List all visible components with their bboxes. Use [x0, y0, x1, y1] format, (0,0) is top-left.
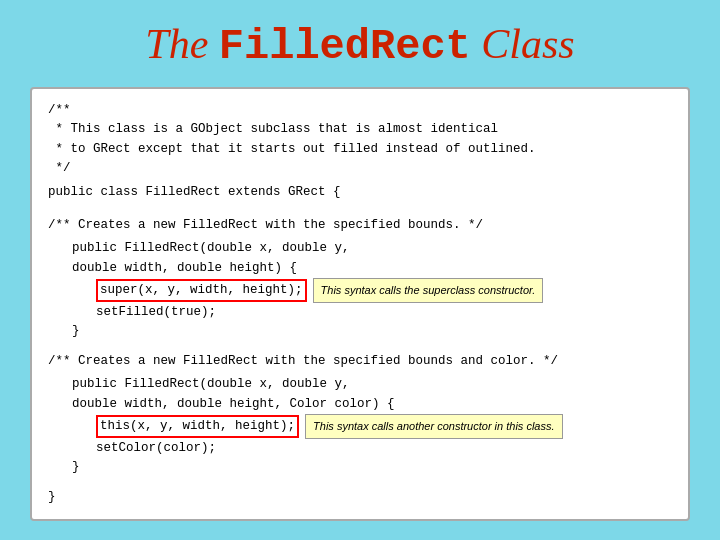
constructor2-sig: public FilledRect(double x, double y, do… [48, 375, 672, 414]
class-comment: /** * This class is a GObject subclass t… [48, 101, 672, 179]
title-mono: FilledRect [219, 23, 471, 71]
tooltip-this: This syntax calls another constructor in… [305, 414, 562, 439]
constructor2-sig-line1: public FilledRect(double x, double y, [72, 375, 672, 394]
super-call-text: super(x, y, width, height); [100, 283, 303, 297]
close-brace-1: } [72, 324, 80, 338]
class-decl-line: public class FilledRect extends GRect { [48, 183, 672, 202]
constructor1-close: } [48, 322, 672, 341]
set-filled-line: setFilled(true); [48, 303, 672, 322]
title-prefix: The [145, 21, 219, 67]
super-call-highlight: super(x, y, width, height); [96, 279, 307, 302]
title-suffix: Class [471, 21, 575, 67]
constructor1-sig-line2: double width, double height) { [72, 259, 672, 278]
comment-line-3: * to GRect except that it starts out fil… [48, 140, 672, 159]
comment-line-2: * This class is a GObject subclass that … [48, 120, 672, 139]
constructor1-sig-line1: public FilledRect(double x, double y, [72, 239, 672, 258]
comment-line-1: /** [48, 101, 672, 120]
this-call-highlight: this(x, y, width, height); [96, 415, 299, 438]
constructor2-sig-line2: double width, double height, Color color… [72, 395, 672, 414]
slide: The FilledRect Class /** * This class is… [0, 0, 720, 540]
class-declaration: public class FilledRect extends GRect { [48, 183, 672, 202]
constructor2-comment: /** Creates a new FilledRect with the sp… [48, 352, 672, 371]
constructor2-close: } [48, 458, 672, 477]
slide-title: The FilledRect Class [145, 20, 574, 71]
set-color-line: setColor(color); [48, 439, 672, 458]
constructor1-comment: /** Creates a new FilledRect with the sp… [48, 216, 672, 235]
close-brace-2: } [72, 460, 80, 474]
final-close-brace: } [48, 488, 672, 507]
set-color-text: setColor(color); [96, 441, 216, 455]
this-call-text: this(x, y, width, height); [100, 419, 295, 433]
this-call-row: this(x, y, width, height); This syntax c… [48, 414, 672, 439]
super-call-row: super(x, y, width, height); This syntax … [48, 278, 672, 303]
comment-line-4: */ [48, 159, 672, 178]
set-filled-text: setFilled(true); [96, 305, 216, 319]
final-brace-text: } [48, 490, 56, 504]
constructor1-comment-line: /** Creates a new FilledRect with the sp… [48, 216, 672, 235]
constructor2-comment-line: /** Creates a new FilledRect with the sp… [48, 352, 672, 371]
code-box: /** * This class is a GObject subclass t… [30, 87, 690, 521]
tooltip-superclass: This syntax calls the superclass constru… [313, 278, 544, 303]
constructor1-sig: public FilledRect(double x, double y, do… [48, 239, 672, 278]
